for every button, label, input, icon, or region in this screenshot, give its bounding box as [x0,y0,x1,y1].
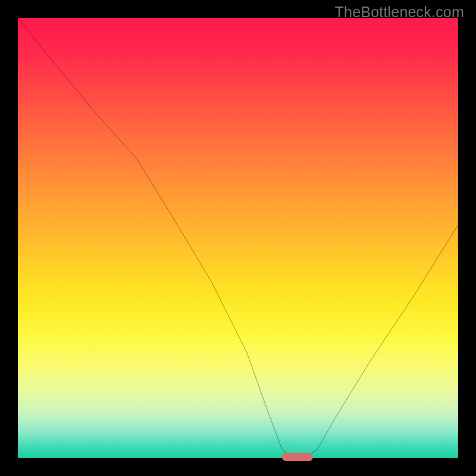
optimal-range-marker [282,453,313,461]
plot-area [18,18,458,458]
watermark-text: TheBottleneck.com [335,4,464,21]
chart-frame: TheBottleneck.com [0,0,476,476]
bottleneck-curve [18,18,458,458]
